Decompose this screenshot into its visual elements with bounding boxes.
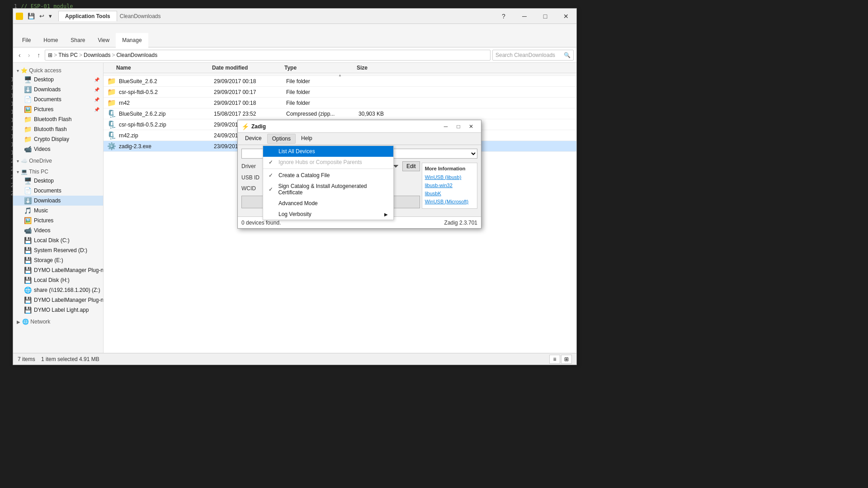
title-bar-left: 💾 ↩ ▾ Application Tools CleanDownloads xyxy=(13,11,493,21)
link-libusb-win32[interactable]: libusb-win32 xyxy=(425,181,474,189)
onedrive-header[interactable]: ▾ ☁️ OneDrive xyxy=(13,156,103,165)
dropdown-item-advanced-mode[interactable]: Advanced Mode xyxy=(263,198,393,209)
breadcrumb-this-pc[interactable]: This PC xyxy=(58,52,78,58)
zadig-window: ⚡ Zadig ─ □ ✕ Device Options Help List A… xyxy=(237,120,481,229)
col-header-name[interactable]: Name xyxy=(104,65,212,71)
dropdown-item-log-verbosity[interactable]: Log Verbosity ▶ xyxy=(263,209,393,220)
item-count: 7 items xyxy=(18,356,35,362)
zadig-minimize-button[interactable]: ─ xyxy=(439,122,452,131)
col-header-date[interactable]: Date modified xyxy=(212,65,284,71)
dropdown-item-sign-catalog[interactable]: ✓ Sign Catalog & Install Autogenerated C… xyxy=(263,181,393,198)
table-row[interactable]: 📁 csr-spi-ftdi-0.5.2 29/09/2017 00:17 Fi… xyxy=(104,87,576,98)
sidebar-item-local-disk-c[interactable]: 💾 Local Disk (C:) xyxy=(13,235,103,245)
file-icon-2: 📁 xyxy=(107,88,116,96)
sidebar-item-storage-e[interactable]: 💾 Storage (E:) xyxy=(13,255,103,265)
sidebar-item-pictures[interactable]: 🖼️ Pictures 📌 xyxy=(13,104,103,114)
sidebar-item-videos[interactable]: 📹 Videos xyxy=(13,144,103,154)
sidebar-label-dymo-g: DYMO LabelManager Plug-n-Play (G:) xyxy=(34,267,104,273)
more-info-title: More Information xyxy=(425,166,474,171)
qat-save-button[interactable]: 💾 xyxy=(26,12,37,20)
dymo-label-icon: 💾 xyxy=(24,306,31,314)
back-button[interactable]: ‹ xyxy=(16,50,24,60)
zadig-maximize-button[interactable]: □ xyxy=(452,122,465,131)
link-libusbk[interactable]: libusbK xyxy=(425,189,474,197)
breadcrumb[interactable]: ⊞ > This PC > Downloads > CleanDownloads xyxy=(45,50,491,61)
zadig-title-label: Zadig xyxy=(251,123,266,130)
dropdown-item-list-all-devices[interactable]: List All Devices xyxy=(263,146,393,157)
tab-share[interactable]: Share xyxy=(64,33,91,47)
breadcrumb-clean-downloads[interactable]: CleanDownloads xyxy=(116,52,157,58)
close-button[interactable]: ✕ xyxy=(556,9,576,24)
sidebar-item-pc-videos[interactable]: 📹 Videos xyxy=(13,225,103,235)
sidebar-item-dymo-label[interactable]: 💾 DYMO Label Light.app xyxy=(13,305,103,315)
qat-undo-button[interactable]: ↩ xyxy=(38,12,46,20)
zadig-menu-options[interactable]: Options xyxy=(267,134,296,144)
sidebar-item-system-reserved[interactable]: 💾 System Reserved (D:) xyxy=(13,245,103,255)
sidebar-item-pc-desktop[interactable]: 🖥️ Desktop xyxy=(13,176,103,186)
up-button[interactable]: ↑ xyxy=(34,50,43,60)
breadcrumb-downloads[interactable]: Downloads xyxy=(84,52,110,58)
details-view-button[interactable]: ≡ xyxy=(549,355,560,364)
file-icon-1: 📁 xyxy=(107,77,116,85)
sidebar-item-pc-music[interactable]: 🎵 Music xyxy=(13,206,103,216)
sidebar-item-local-disk-h[interactable]: 💾 Local Disk (H:) xyxy=(13,275,103,285)
tab-file[interactable]: File xyxy=(16,33,37,47)
qat-dropdown-button[interactable]: ▾ xyxy=(47,12,54,20)
sidebar-item-share-z[interactable]: 🌐 share (\\192.168.1.200) (Z:) xyxy=(13,285,103,295)
quick-access-arrow: ▾ xyxy=(17,68,19,73)
table-row[interactable]: 📁 BlueSuite_2.6.2 29/09/2017 00:18 File … xyxy=(104,76,576,87)
minimize-button[interactable]: ─ xyxy=(514,9,535,24)
sidebar-item-documents[interactable]: 📄 Documents 📌 xyxy=(13,94,103,104)
sidebar-label-pc-music: Music xyxy=(34,207,48,214)
pin-icon: 📌 xyxy=(94,77,99,82)
sidebar-item-pc-downloads[interactable]: ⬇️ Downloads xyxy=(13,196,103,206)
bluetooth-flash-icon: 📁 xyxy=(24,116,31,123)
col-header-type[interactable]: Type xyxy=(284,65,357,71)
sidebar-item-pc-documents[interactable]: 📄 Documents xyxy=(13,186,103,196)
sidebar-item-dymo-g2[interactable]: 💾 DYMO LabelManager Plug-n-Play (G:) xyxy=(13,295,103,305)
check-ignore-hubs: ✓ xyxy=(269,159,275,165)
driver-edit-button[interactable]: Edit xyxy=(402,161,420,171)
table-row[interactable]: 🗜️ BlueSuite_2.6.2.zip 15/08/2017 23:52 … xyxy=(104,108,576,119)
search-box[interactable]: Search CleanDownloads 🔍 xyxy=(492,50,574,61)
dropdown-item-create-catalog[interactable]: ✓ Create a Catalog File xyxy=(263,170,393,181)
tab-view[interactable]: View xyxy=(91,33,116,47)
dropdown-item-ignore-hubs[interactable]: ✓ Ignore Hubs or Composite Parents xyxy=(263,157,393,168)
col-header-size[interactable]: Size xyxy=(357,65,402,71)
sidebar-item-crypto-display[interactable]: 📁 Crypto Display xyxy=(13,134,103,144)
status-bar: 7 items 1 item selected 4.91 MB ≡ ⊞ xyxy=(13,353,576,365)
sidebar-item-desktop[interactable]: 🖥️ Desktop 📌 xyxy=(13,75,103,84)
sidebar-item-bluetooth-flash[interactable]: 📁 Bluetooth Flash xyxy=(13,114,103,124)
table-row[interactable]: 📁 rn42 29/09/2017 00:18 File folder xyxy=(104,98,576,108)
this-pc-arrow: ▾ xyxy=(17,169,19,174)
zadig-menu-help[interactable]: Help xyxy=(297,134,317,144)
sidebar-label-pc-desktop: Desktop xyxy=(34,178,54,184)
sidebar-label-pc-documents: Documents xyxy=(34,188,61,194)
sidebar-label-documents: Documents xyxy=(34,96,61,103)
app-tools-tab[interactable]: Application Tools xyxy=(58,11,117,21)
file-list-header: Name Date modified Type Size xyxy=(104,63,576,73)
pin-icon-2: 📌 xyxy=(94,87,99,92)
zadig-close-button[interactable]: ✕ xyxy=(465,122,477,131)
sidebar-item-pc-pictures[interactable]: 🖼️ Pictures xyxy=(13,216,103,225)
maximize-button[interactable]: □ xyxy=(535,9,556,24)
file-name-1: BlueSuite_2.6.2 xyxy=(119,78,157,84)
this-pc-header[interactable]: ▾ 💻 This PC xyxy=(13,167,103,176)
title-bar-controls: ? ─ □ ✕ xyxy=(493,9,576,24)
quick-access-header[interactable]: ▾ ⭐ Quick access xyxy=(13,66,103,75)
zadig-menu-device[interactable]: Device xyxy=(241,134,266,144)
large-icons-view-button[interactable]: ⊞ xyxy=(561,355,572,364)
forward-button[interactable]: › xyxy=(25,50,33,60)
tab-home[interactable]: Home xyxy=(37,33,64,47)
sidebar-item-dymo-g[interactable]: 💾 DYMO LabelManager Plug-n-Play (G:) xyxy=(13,265,103,275)
link-winusb-libusb[interactable]: WinUSB (libusb) xyxy=(425,173,474,181)
help-button[interactable]: ? xyxy=(493,9,514,24)
address-bar: ‹ › ↑ ⊞ > This PC > Downloads > CleanDow… xyxy=(13,47,576,63)
sidebar-item-downloads[interactable]: ⬇️ Downloads 📌 xyxy=(13,84,103,94)
search-icon[interactable]: 🔍 xyxy=(564,52,571,58)
link-winusb-microsoft[interactable]: WinUSB (Microsoft) xyxy=(425,197,474,206)
network-header[interactable]: ▶ 🌐 Network xyxy=(13,317,103,326)
sidebar-item-blutooth-flash[interactable]: 📁 Blutooth flash xyxy=(13,124,103,134)
quick-access-label: ⭐ Quick access xyxy=(21,67,61,74)
tab-manage[interactable]: Manage xyxy=(116,33,148,47)
